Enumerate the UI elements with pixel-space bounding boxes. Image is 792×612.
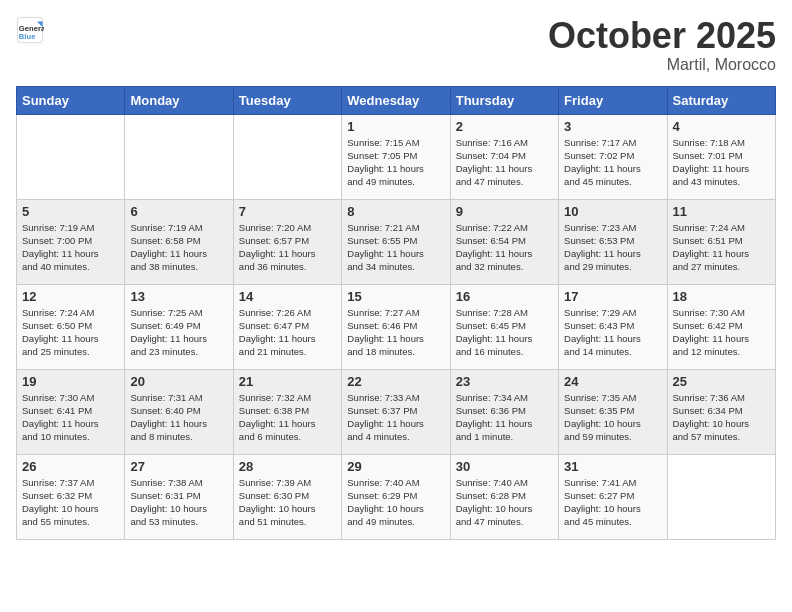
day-number: 22 <box>347 374 444 389</box>
day-info: Sunrise: 7:40 AMSunset: 6:28 PMDaylight:… <box>456 476 553 529</box>
calendar-cell: 3Sunrise: 7:17 AMSunset: 7:02 PMDaylight… <box>559 114 667 199</box>
day-number: 20 <box>130 374 227 389</box>
calendar-cell: 4Sunrise: 7:18 AMSunset: 7:01 PMDaylight… <box>667 114 775 199</box>
day-info: Sunrise: 7:29 AMSunset: 6:43 PMDaylight:… <box>564 306 661 359</box>
day-number: 12 <box>22 289 119 304</box>
header-day: Friday <box>559 86 667 114</box>
calendar-cell <box>667 454 775 539</box>
day-info: Sunrise: 7:20 AMSunset: 6:57 PMDaylight:… <box>239 221 336 274</box>
day-info: Sunrise: 7:32 AMSunset: 6:38 PMDaylight:… <box>239 391 336 444</box>
day-info: Sunrise: 7:17 AMSunset: 7:02 PMDaylight:… <box>564 136 661 189</box>
header-day: Tuesday <box>233 86 341 114</box>
calendar-cell: 28Sunrise: 7:39 AMSunset: 6:30 PMDayligh… <box>233 454 341 539</box>
calendar-cell: 31Sunrise: 7:41 AMSunset: 6:27 PMDayligh… <box>559 454 667 539</box>
day-number: 31 <box>564 459 661 474</box>
day-info: Sunrise: 7:30 AMSunset: 6:41 PMDaylight:… <box>22 391 119 444</box>
day-number: 18 <box>673 289 770 304</box>
day-info: Sunrise: 7:21 AMSunset: 6:55 PMDaylight:… <box>347 221 444 274</box>
day-number: 25 <box>673 374 770 389</box>
calendar-table: SundayMondayTuesdayWednesdayThursdayFrid… <box>16 86 776 540</box>
header: General Blue October 2025 Martil, Morocc… <box>16 16 776 74</box>
calendar-cell: 25Sunrise: 7:36 AMSunset: 6:34 PMDayligh… <box>667 369 775 454</box>
header-day: Monday <box>125 86 233 114</box>
calendar-cell: 6Sunrise: 7:19 AMSunset: 6:58 PMDaylight… <box>125 199 233 284</box>
calendar-cell: 22Sunrise: 7:33 AMSunset: 6:37 PMDayligh… <box>342 369 450 454</box>
header-day: Saturday <box>667 86 775 114</box>
day-info: Sunrise: 7:23 AMSunset: 6:53 PMDaylight:… <box>564 221 661 274</box>
day-info: Sunrise: 7:33 AMSunset: 6:37 PMDaylight:… <box>347 391 444 444</box>
day-info: Sunrise: 7:36 AMSunset: 6:34 PMDaylight:… <box>673 391 770 444</box>
day-number: 21 <box>239 374 336 389</box>
day-number: 23 <box>456 374 553 389</box>
day-info: Sunrise: 7:18 AMSunset: 7:01 PMDaylight:… <box>673 136 770 189</box>
day-number: 19 <box>22 374 119 389</box>
calendar-cell: 1Sunrise: 7:15 AMSunset: 7:05 PMDaylight… <box>342 114 450 199</box>
calendar-cell <box>17 114 125 199</box>
calendar-cell <box>125 114 233 199</box>
day-info: Sunrise: 7:40 AMSunset: 6:29 PMDaylight:… <box>347 476 444 529</box>
calendar-cell: 11Sunrise: 7:24 AMSunset: 6:51 PMDayligh… <box>667 199 775 284</box>
calendar-week-row: 1Sunrise: 7:15 AMSunset: 7:05 PMDaylight… <box>17 114 776 199</box>
day-info: Sunrise: 7:27 AMSunset: 6:46 PMDaylight:… <box>347 306 444 359</box>
day-info: Sunrise: 7:31 AMSunset: 6:40 PMDaylight:… <box>130 391 227 444</box>
day-info: Sunrise: 7:35 AMSunset: 6:35 PMDaylight:… <box>564 391 661 444</box>
day-number: 7 <box>239 204 336 219</box>
day-number: 13 <box>130 289 227 304</box>
calendar-cell: 30Sunrise: 7:40 AMSunset: 6:28 PMDayligh… <box>450 454 558 539</box>
day-number: 8 <box>347 204 444 219</box>
calendar-cell: 29Sunrise: 7:40 AMSunset: 6:29 PMDayligh… <box>342 454 450 539</box>
logo-icon: General Blue <box>16 16 44 44</box>
location: Martil, Morocco <box>548 56 776 74</box>
day-info: Sunrise: 7:38 AMSunset: 6:31 PMDaylight:… <box>130 476 227 529</box>
calendar-cell: 13Sunrise: 7:25 AMSunset: 6:49 PMDayligh… <box>125 284 233 369</box>
day-info: Sunrise: 7:22 AMSunset: 6:54 PMDaylight:… <box>456 221 553 274</box>
day-info: Sunrise: 7:34 AMSunset: 6:36 PMDaylight:… <box>456 391 553 444</box>
day-number: 30 <box>456 459 553 474</box>
calendar-cell: 16Sunrise: 7:28 AMSunset: 6:45 PMDayligh… <box>450 284 558 369</box>
header-row: SundayMondayTuesdayWednesdayThursdayFrid… <box>17 86 776 114</box>
day-info: Sunrise: 7:24 AMSunset: 6:51 PMDaylight:… <box>673 221 770 274</box>
day-number: 17 <box>564 289 661 304</box>
svg-text:Blue: Blue <box>19 32 36 41</box>
day-number: 24 <box>564 374 661 389</box>
day-info: Sunrise: 7:25 AMSunset: 6:49 PMDaylight:… <box>130 306 227 359</box>
day-info: Sunrise: 7:19 AMSunset: 6:58 PMDaylight:… <box>130 221 227 274</box>
calendar-cell: 21Sunrise: 7:32 AMSunset: 6:38 PMDayligh… <box>233 369 341 454</box>
day-number: 2 <box>456 119 553 134</box>
calendar-week-row: 12Sunrise: 7:24 AMSunset: 6:50 PMDayligh… <box>17 284 776 369</box>
day-info: Sunrise: 7:24 AMSunset: 6:50 PMDaylight:… <box>22 306 119 359</box>
day-info: Sunrise: 7:30 AMSunset: 6:42 PMDaylight:… <box>673 306 770 359</box>
header-day: Thursday <box>450 86 558 114</box>
day-number: 26 <box>22 459 119 474</box>
day-info: Sunrise: 7:16 AMSunset: 7:04 PMDaylight:… <box>456 136 553 189</box>
day-number: 28 <box>239 459 336 474</box>
day-number: 27 <box>130 459 227 474</box>
day-number: 1 <box>347 119 444 134</box>
calendar-cell: 18Sunrise: 7:30 AMSunset: 6:42 PMDayligh… <box>667 284 775 369</box>
day-number: 3 <box>564 119 661 134</box>
calendar-week-row: 26Sunrise: 7:37 AMSunset: 6:32 PMDayligh… <box>17 454 776 539</box>
day-number: 9 <box>456 204 553 219</box>
calendar-cell: 20Sunrise: 7:31 AMSunset: 6:40 PMDayligh… <box>125 369 233 454</box>
day-info: Sunrise: 7:19 AMSunset: 7:00 PMDaylight:… <box>22 221 119 274</box>
calendar-cell: 15Sunrise: 7:27 AMSunset: 6:46 PMDayligh… <box>342 284 450 369</box>
calendar-cell: 9Sunrise: 7:22 AMSunset: 6:54 PMDaylight… <box>450 199 558 284</box>
calendar-cell: 19Sunrise: 7:30 AMSunset: 6:41 PMDayligh… <box>17 369 125 454</box>
calendar-cell: 24Sunrise: 7:35 AMSunset: 6:35 PMDayligh… <box>559 369 667 454</box>
calendar-cell: 17Sunrise: 7:29 AMSunset: 6:43 PMDayligh… <box>559 284 667 369</box>
day-number: 16 <box>456 289 553 304</box>
day-info: Sunrise: 7:41 AMSunset: 6:27 PMDaylight:… <box>564 476 661 529</box>
calendar-cell <box>233 114 341 199</box>
calendar-cell: 10Sunrise: 7:23 AMSunset: 6:53 PMDayligh… <box>559 199 667 284</box>
header-day: Sunday <box>17 86 125 114</box>
calendar-week-row: 19Sunrise: 7:30 AMSunset: 6:41 PMDayligh… <box>17 369 776 454</box>
calendar-cell: 14Sunrise: 7:26 AMSunset: 6:47 PMDayligh… <box>233 284 341 369</box>
month-title: October 2025 Martil, Morocco <box>548 16 776 74</box>
day-number: 10 <box>564 204 661 219</box>
calendar-cell: 23Sunrise: 7:34 AMSunset: 6:36 PMDayligh… <box>450 369 558 454</box>
day-number: 6 <box>130 204 227 219</box>
calendar-cell: 26Sunrise: 7:37 AMSunset: 6:32 PMDayligh… <box>17 454 125 539</box>
calendar-cell: 8Sunrise: 7:21 AMSunset: 6:55 PMDaylight… <box>342 199 450 284</box>
calendar-cell: 7Sunrise: 7:20 AMSunset: 6:57 PMDaylight… <box>233 199 341 284</box>
header-day: Wednesday <box>342 86 450 114</box>
